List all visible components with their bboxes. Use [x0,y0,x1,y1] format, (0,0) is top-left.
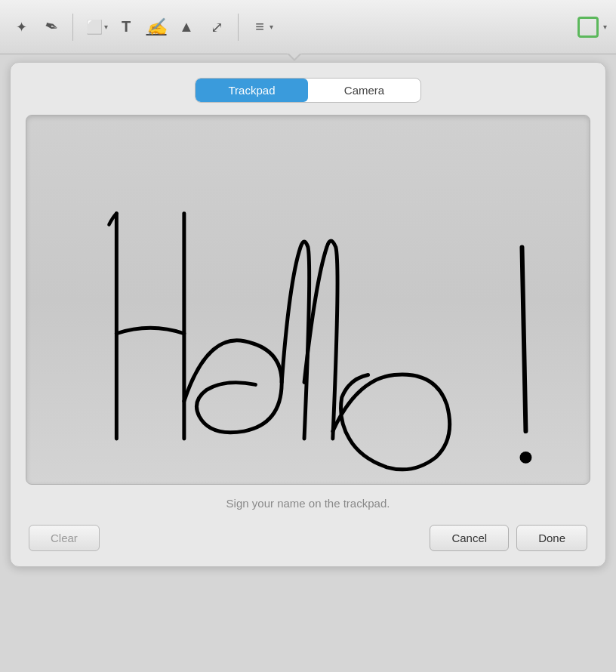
tab-camera[interactable]: Camera [308,79,420,102]
menu-icon[interactable]: ≡ [248,15,272,39]
tab-switcher: Trackpad Camera [26,78,590,103]
shapes-icon-group[interactable]: ⬜ ▾ [82,15,108,39]
right-buttons: Cancel Done [430,525,587,551]
tab-trackpad[interactable]: Trackpad [196,79,308,102]
square-border-icon[interactable] [576,15,600,39]
signature-panel: Trackpad Camera [10,62,606,567]
pen-icon[interactable]: ✒ [35,11,66,42]
text-icon[interactable]: T [114,15,138,39]
menu-icon-group[interactable]: ≡ ▾ [248,15,273,39]
square-chevron-icon: ▾ [603,23,607,31]
menu-chevron-icon: ▾ [270,23,273,31]
toolbar: ✦ ✒ ⬜ ▾ T ✍ ▲ ⤢ ≡ ▾ ▾ [0,0,616,54]
panel-pointer [287,54,302,61]
fill-icon[interactable]: ▲ [174,15,199,39]
svg-point-0 [519,452,531,464]
instruction-text: Sign your name on the trackpad. [26,497,590,510]
divider-1 [72,14,73,41]
buttons-row: Clear Cancel Done [26,525,590,551]
shapes-chevron-icon: ▾ [104,23,108,31]
signature-drawing [26,116,590,484]
clear-button[interactable]: Clear [29,525,100,551]
expand-icon[interactable]: ⤢ [205,15,229,39]
done-button[interactable]: Done [516,525,587,551]
shapes-icon[interactable]: ⬜ [82,15,106,39]
signature-icon[interactable]: ✍ [144,15,168,39]
cancel-button[interactable]: Cancel [430,525,509,551]
magic-wand-icon[interactable]: ✦ [9,15,33,39]
signature-canvas[interactable] [26,115,590,485]
green-square-icon [578,17,599,38]
divider-2 [238,14,239,41]
tab-container: Trackpad Camera [195,78,421,103]
